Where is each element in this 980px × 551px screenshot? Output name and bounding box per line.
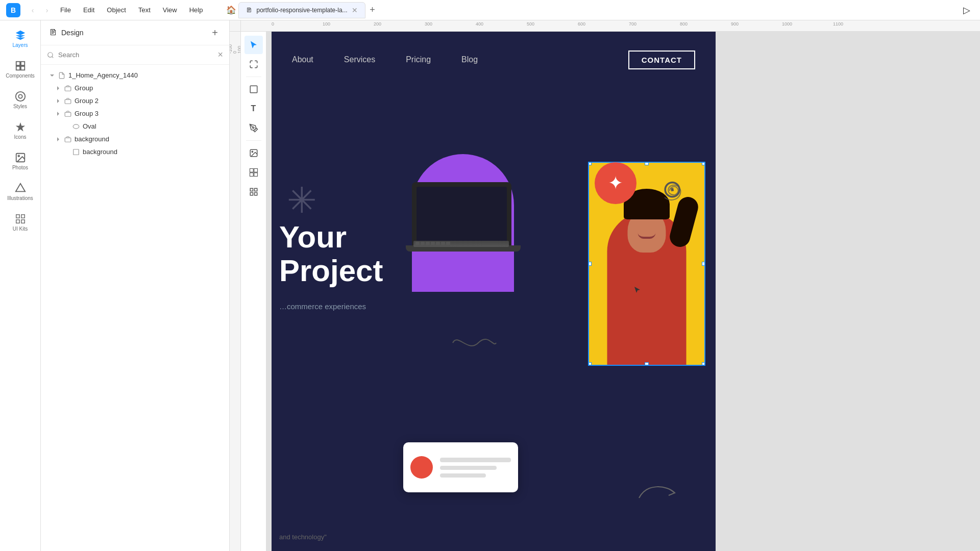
svg-rect-21 [250,86,257,93]
image-tool[interactable] [244,144,263,162]
nav-services[interactable]: Services [344,55,375,64]
nav-pricing[interactable]: Pricing [406,55,431,64]
component-icon [249,168,258,177]
contact-button[interactable]: CONTACT [628,51,695,69]
sidebar-icons[interactable]: Icons [6,116,35,145]
menu-text[interactable]: Text [133,4,156,16]
layer-item-group3[interactable]: Group 3 [41,107,229,120]
nav-blog[interactable]: Blog [461,55,478,64]
menu-object[interactable]: Object [102,4,131,16]
add-tab-button[interactable]: + [365,3,380,17]
svg-rect-29 [250,188,253,191]
nav-about[interactable]: About [292,55,313,64]
layer-item-group1[interactable]: Group [41,82,229,94]
laptop-screen [416,187,507,242]
play-button[interactable]: ▷ [960,3,974,17]
add-design-button[interactable]: + [209,27,221,39]
key [421,242,425,245]
sidebar-components[interactable]: Components [6,55,35,84]
home-icon[interactable]: 🏠 [224,3,238,17]
sidebar-photos[interactable]: Photos [6,147,35,176]
menu-view[interactable]: View [158,4,182,16]
svg-point-24 [252,151,253,152]
clear-search-button[interactable]: × [217,49,223,60]
component-tool[interactable] [244,163,263,182]
arrow-decoration [636,480,677,503]
ruler-mark-900: 900 [731,21,739,27]
forward-button[interactable]: › [41,4,53,16]
profile-card [403,442,518,492]
svg-rect-15 [65,87,71,91]
sidebar-layers[interactable]: Layers [6,24,35,53]
search-input[interactable] [58,51,213,59]
ui-kits-label: UI Kits [13,226,28,232]
ruler-top: 0 100 200 300 400 500 600 700 800 900 10… [241,20,980,32]
text-tool[interactable]: T [244,99,263,118]
sidebar-ui-kits[interactable]: UI Kits [6,208,35,237]
svg-rect-19 [65,138,71,142]
design-panel-title: 🖹 Design [49,28,84,37]
key [446,242,450,245]
design-canvas: About Services Pricing Blog CONTACT ✳ Yo… [272,32,716,551]
svg-rect-12 [21,220,24,223]
search-bar: × [41,45,229,65]
svg-point-4 [15,92,24,101]
key [415,242,420,245]
frame-tool[interactable] [244,55,263,73]
select-tool[interactable] [244,36,263,54]
layer-item-group2[interactable]: Group 2 [41,94,229,107]
menu-help[interactable]: Help [184,4,208,16]
ruler-mark-200: 200 [374,21,381,27]
starburst-decoration: ✳ [287,180,317,221]
ruler-left-100p: 100 [237,44,241,54]
layer-item-bg2[interactable]: background [41,145,229,158]
selection-handle-br[interactable] [702,362,705,366]
ruler-mark-600: 600 [578,21,585,27]
layer-item-root[interactable]: 1_Home_Agency_1440 [41,69,229,82]
canvas-navbar: About Services Pricing Blog CONTACT [272,47,716,72]
selection-handle-bm[interactable] [645,362,649,366]
key [441,242,445,245]
tool-divider-2 [246,140,261,141]
layer-item-oval[interactable]: Oval [41,120,229,133]
wavy-decoration [448,328,499,360]
ruler-left-marks: -400 -300 -200 -100 0 100 200 300 400 [230,34,241,54]
design-label: Design [61,29,84,37]
svg-rect-9 [16,215,19,218]
sidebar-styles[interactable]: Styles [6,86,35,114]
ruler-left: -400 -300 -200 -100 0 100 200 300 400 [230,32,241,551]
selection-handle-bl[interactable] [588,362,592,366]
card-line-3 [440,473,486,478]
main-area: Layers Components Styles Icons Photos Il… [0,20,980,551]
svg-rect-20 [74,149,79,155]
sidebar-illustrations[interactable]: Illustrations [6,178,35,206]
grid-icon [249,187,258,196]
selection-handle-tm[interactable] [645,162,649,165]
tab-close-icon[interactable]: ✕ [352,6,358,14]
svg-rect-26 [254,169,257,172]
oval-icon [72,123,80,130]
svg-rect-28 [254,173,257,177]
tab-file-icon: 🖹 [246,7,252,14]
menu-file[interactable]: File [55,4,76,16]
back-button[interactable]: ‹ [27,4,39,16]
rectangle-tool[interactable] [244,80,263,98]
layer-oval-label: Oval [83,122,96,130]
ruler-mark-800: 800 [680,21,688,27]
active-tab[interactable]: 🖹 portfolio-responsive-template-la... ✕ [238,2,365,18]
search-icon [47,52,54,59]
svg-point-18 [73,124,79,128]
selection-handle-tr[interactable] [702,162,705,165]
design-page-icon: 🖹 [49,28,57,37]
menu-edit[interactable]: Edit [78,4,100,16]
pen-tool[interactable] [244,119,263,137]
photos-label: Photos [12,165,28,170]
layer-item-bg1[interactable]: background [41,133,229,145]
frame-icon [249,60,258,69]
grid-tool[interactable] [244,183,263,201]
components-label: Components [6,73,35,79]
layer-group2-label: Group 2 [75,97,99,105]
selection-handle-tl[interactable] [588,162,592,165]
selection-handle-mr[interactable] [702,262,705,266]
selection-handle-ml[interactable] [588,262,592,266]
